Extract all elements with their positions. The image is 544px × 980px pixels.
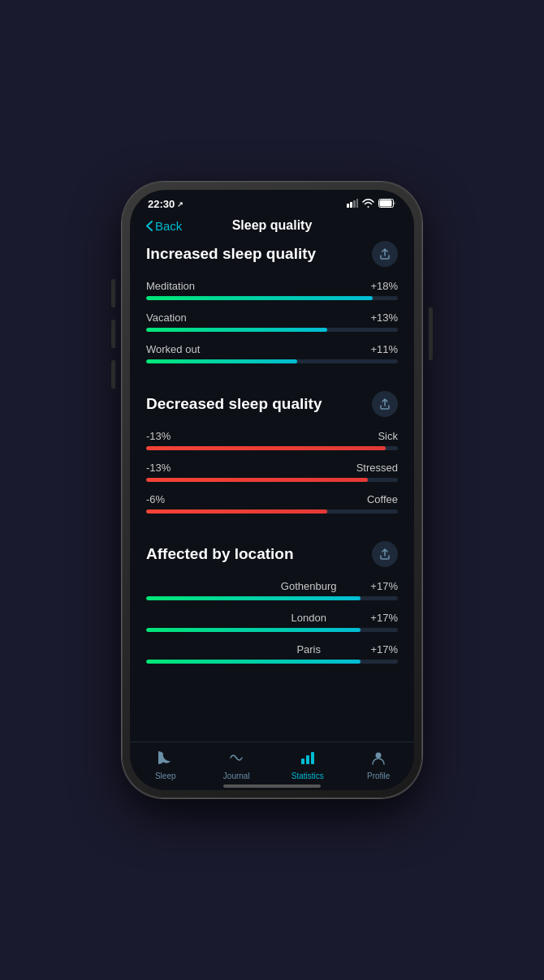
location-name: London xyxy=(291,612,326,624)
tab-statistics-label: Statistics xyxy=(291,772,324,780)
decreased-section: Decreased sleep quality -13% Sick xyxy=(146,391,398,514)
bar-track xyxy=(146,446,398,450)
svg-rect-8 xyxy=(311,752,314,764)
svg-point-9 xyxy=(376,753,382,759)
profile-icon xyxy=(371,750,386,769)
increased-item-1: Vacation +13% xyxy=(146,312,398,332)
location-icon: ↗ xyxy=(177,200,183,208)
location-pct: +17% xyxy=(370,612,398,624)
location-title: Affected by location xyxy=(146,545,294,563)
bar-fill xyxy=(146,660,361,664)
section-divider-2 xyxy=(146,533,398,541)
item-value: +13% xyxy=(370,312,398,324)
svg-rect-5 xyxy=(380,200,392,207)
battery-icon xyxy=(378,199,396,209)
scroll-content[interactable]: Increased sleep quality Meditation +18% xyxy=(130,241,414,741)
item-label: Worked out xyxy=(146,343,200,355)
location-item-1: London +17% xyxy=(146,612,398,632)
section-divider xyxy=(146,383,398,391)
svg-rect-2 xyxy=(353,200,356,208)
decreased-title: Decreased sleep quality xyxy=(146,395,322,413)
location-section-header: Affected by location xyxy=(146,541,398,567)
decreased-section-header: Decreased sleep quality xyxy=(146,391,398,417)
bar-fill xyxy=(146,296,373,300)
increased-section: Increased sleep quality Meditation +18% xyxy=(146,241,398,363)
tab-profile-label: Profile xyxy=(367,772,390,780)
decreased-share-button[interactable] xyxy=(372,391,398,417)
increased-item-2: Worked out +11% xyxy=(146,343,398,363)
bar-fill xyxy=(146,478,368,482)
bar-track xyxy=(146,328,398,332)
location-pct: +17% xyxy=(370,580,398,592)
tab-bar: Sleep Journal xyxy=(130,741,414,785)
location-section: Affected by location Gothenburg +17% xyxy=(146,541,398,664)
bar-fill xyxy=(146,359,297,363)
location-name: Gothenburg xyxy=(281,580,337,592)
back-label: Back xyxy=(155,219,182,233)
decreased-item-0: -13% Sick xyxy=(146,430,398,450)
dec-pct: -13% xyxy=(146,462,171,474)
back-button[interactable]: Back xyxy=(146,219,182,233)
tab-statistics[interactable]: Statistics xyxy=(272,750,343,780)
journal-icon xyxy=(229,750,244,769)
status-time: 22:30 ↗ xyxy=(148,198,183,210)
phone-frame: 22:30 ↗ xyxy=(122,182,422,798)
item-label: Meditation xyxy=(146,280,195,292)
dec-name: Sick xyxy=(378,430,398,442)
bar-fill xyxy=(146,328,327,332)
svg-rect-0 xyxy=(347,204,349,208)
bar-track xyxy=(146,509,398,514)
item-value: +18% xyxy=(370,280,398,292)
phone-screen: 22:30 ↗ xyxy=(130,190,414,790)
dec-pct: -13% xyxy=(146,430,171,442)
bar-track xyxy=(146,296,398,300)
decreased-item-2: -6% Coffee xyxy=(146,493,398,514)
location-pct: +17% xyxy=(370,643,398,655)
home-indicator xyxy=(130,785,414,790)
bar-fill xyxy=(146,628,361,632)
svg-rect-6 xyxy=(301,759,304,764)
nav-header: Back Sleep quality xyxy=(130,213,414,241)
dec-pct: -6% xyxy=(146,493,165,505)
dec-name: Stressed xyxy=(356,462,398,474)
item-label: Vacation xyxy=(146,312,187,324)
tab-journal-label: Journal xyxy=(223,772,250,780)
bar-fill xyxy=(146,596,361,600)
statistics-icon xyxy=(300,750,315,769)
notch xyxy=(211,190,333,213)
svg-rect-7 xyxy=(306,755,309,764)
svg-rect-1 xyxy=(350,202,352,208)
bar-track xyxy=(146,628,398,632)
location-item-0: Gothenburg +17% xyxy=(146,580,398,600)
svg-rect-3 xyxy=(356,199,358,208)
tab-profile[interactable]: Profile xyxy=(343,750,415,780)
tab-sleep[interactable]: Sleep xyxy=(130,750,201,780)
time-display: 22:30 xyxy=(148,198,175,210)
tab-journal[interactable]: Journal xyxy=(201,750,273,780)
nav-title: Sleep quality xyxy=(232,218,313,233)
bar-track xyxy=(146,478,398,482)
increased-item-0: Meditation +18% xyxy=(146,280,398,300)
location-share-button[interactable] xyxy=(372,541,398,567)
bar-track xyxy=(146,359,398,363)
location-name: Paris xyxy=(296,643,321,655)
wifi-icon xyxy=(362,199,374,209)
bar-fill xyxy=(146,509,327,514)
bar-fill xyxy=(146,446,386,450)
home-bar xyxy=(223,784,321,788)
status-icons xyxy=(347,199,396,209)
increased-section-header: Increased sleep quality xyxy=(146,241,398,267)
increased-title: Increased sleep quality xyxy=(146,245,316,263)
signal-icon xyxy=(347,199,358,209)
sleep-icon xyxy=(158,750,173,769)
location-item-2: Paris +17% xyxy=(146,643,398,664)
decreased-item-1: -13% Stressed xyxy=(146,462,398,482)
bar-track xyxy=(146,660,398,664)
bar-track xyxy=(146,596,398,600)
increased-share-button[interactable] xyxy=(372,241,398,267)
tab-sleep-label: Sleep xyxy=(155,772,176,780)
item-value: +11% xyxy=(370,343,398,355)
dec-name: Coffee xyxy=(367,493,398,505)
